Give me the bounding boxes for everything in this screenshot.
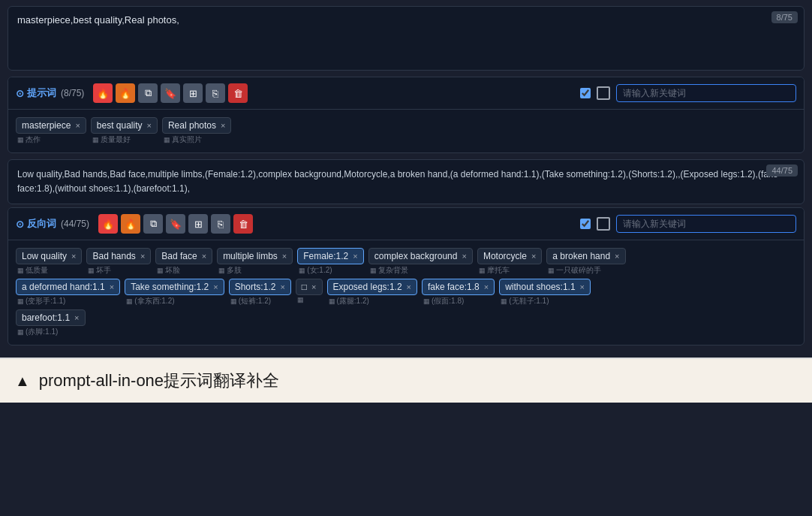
tag-item-shorts: Shorts:1.2 × ▦ (短裤:1.2) [229, 279, 291, 306]
positive-tags-area: masterpiece × ▦ 杰作 best quality × ▦ 质量最好 [8, 110, 804, 152]
tag-empty-trans: ▦ [296, 296, 304, 303]
bottom-bar-icon: ▲ [15, 373, 30, 390]
trans-icon2: ▦ [92, 136, 99, 143]
positive-textarea[interactable]: masterpiece,best quality,Real photos, [17, 14, 795, 59]
positive-keyword-input[interactable] [616, 84, 796, 102]
tag-bad-hands[interactable]: Bad hands × [86, 248, 151, 264]
tag-take-something[interactable]: Take something:1.2 × [125, 279, 224, 295]
tag-deformed-hand[interactable]: a deformed hand:1.1 × [16, 279, 120, 295]
tag-broken-hand-close[interactable]: × [615, 252, 619, 261]
tag-complex-bg-trans: ▦ 复杂背景 [368, 265, 408, 276]
tag-complex-bg-close[interactable]: × [462, 252, 466, 261]
tag-motorcycle[interactable]: Motorcycle × [477, 248, 542, 264]
tag-multiple-limbs[interactable]: multiple limbs × [217, 248, 293, 264]
tag-motorcycle-trans: ▦ 摩托车 [477, 265, 510, 276]
positive-paste-btn[interactable]: ⎘ [206, 83, 225, 103]
positive-fire2-btn[interactable]: 🔥 [116, 83, 135, 103]
tag-best-quality-translation: ▦ 质量最好 [91, 134, 131, 145]
tag-masterpiece-close[interactable]: × [75, 121, 80, 130]
tag-exposed-legs[interactable]: Exposed legs:1.2 × [327, 279, 418, 295]
positive-delete-btn[interactable]: 🗑 [228, 83, 248, 103]
negative-bookmark-btn[interactable]: 🔖 [166, 214, 185, 234]
tag-best-quality[interactable]: best quality × [91, 117, 158, 134]
positive-tags-row: masterpiece × ▦ 杰作 best quality × ▦ 质量最好 [16, 117, 796, 145]
negative-grid-btn[interactable]: ⊞ [188, 214, 208, 234]
tag-multiple-limbs-close[interactable]: × [282, 252, 287, 261]
tag-shorts-trans: ▦ (短裤:1.2) [229, 296, 271, 306]
negative-counter: 44/75 [766, 164, 798, 177]
tag-bad-face-close[interactable]: × [202, 252, 206, 261]
positive-grid-btn[interactable]: ⊞ [183, 83, 203, 103]
tag-item-motorcycle: Motorcycle × ▦ 摩托车 [477, 248, 542, 276]
negative-header-right [580, 215, 796, 233]
tag-without-shoes-close[interactable]: × [580, 282, 585, 291]
negative-header-icons: 🔥 🔥 ⧉ 🔖 ⊞ ⎘ 🗑 [98, 214, 253, 234]
tag-bad-face[interactable]: Bad face × [155, 248, 212, 264]
tag-female-trans: ▦ (女:1.2) [297, 265, 332, 276]
positive-checkbox[interactable] [580, 88, 591, 98]
trans-icon3: ▦ [164, 136, 170, 143]
tag-item-female: Female:1.2 × ▦ (女:1.2) [297, 248, 363, 276]
tag-real-photos-close[interactable]: × [221, 121, 225, 130]
main-container: 8/75 masterpiece,best quality,Real photo… [0, 0, 812, 358]
positive-bookmark-btn[interactable]: 🔖 [161, 83, 180, 103]
tag-low-quality-trans: ▦ 低质量 [16, 265, 48, 276]
negative-fire1-btn[interactable]: 🔥 [98, 214, 118, 234]
positive-fire1-btn[interactable]: 🔥 [93, 83, 113, 103]
tag-bad-hands-close[interactable]: × [140, 252, 145, 261]
tag-broken-hand-trans: ▦ 一只破碎的手 [546, 265, 601, 276]
tag-low-quality[interactable]: Low quality × [16, 248, 82, 264]
tag-deformed-hand-trans: ▦ (变形手:1.1) [16, 296, 65, 306]
bottom-bar: ▲ prompt-all-in-one提示词翻译补全 [0, 358, 812, 403]
negative-section-box: ⊙ 反向词 (44/75) 🔥 🔥 ⧉ 🔖 ⊞ ⎘ 🗑 [8, 207, 804, 346]
tag-empty-close[interactable]: × [311, 282, 316, 291]
tag-shorts[interactable]: Shorts:1.2 × [229, 279, 291, 295]
negative-fire2-btn[interactable]: 🔥 [121, 214, 140, 234]
positive-arrow-icon: ⊙ [16, 88, 24, 99]
tag-item-multiple-limbs: multiple limbs × ▦ 多肢 [217, 248, 293, 276]
tag-barefoot-trans: ▦ (赤脚:1.1) [16, 327, 58, 337]
tag-female-close[interactable]: × [353, 252, 357, 261]
positive-square-icon [597, 86, 610, 100]
negative-tags-row3: barefoot:1.1 × ▦ (赤脚:1.1) [16, 309, 796, 337]
positive-count: (8/75) [61, 88, 84, 98]
positive-counter: 8/75 [771, 11, 798, 23]
negative-keyword-input[interactable] [616, 215, 796, 233]
tag-deformed-hand-close[interactable]: × [110, 282, 114, 291]
tag-low-quality-close[interactable]: × [71, 252, 76, 261]
tag-item-bad-face: Bad face × ▦ 坏脸 [155, 248, 212, 276]
tag-best-quality-close[interactable]: × [147, 121, 152, 130]
tag-fake-face[interactable]: fake face:1.8 × [422, 279, 495, 295]
tag-fake-face-close[interactable]: × [484, 282, 489, 291]
tag-exposed-legs-close[interactable]: × [407, 282, 411, 291]
tag-real-photos[interactable]: Real photos × [162, 117, 231, 134]
tag-barefoot[interactable]: barefoot:1.1 × [16, 309, 86, 326]
bottom-bar-text: prompt-all-in-one提示词翻译补全 [39, 370, 279, 392]
negative-copy-btn[interactable]: ⧉ [143, 214, 163, 234]
tag-exposed-legs-trans: ▦ (露腿:1.2) [327, 296, 369, 306]
positive-textarea-box: 8/75 masterpiece,best quality,Real photo… [8, 6, 804, 71]
negative-square-icon [597, 217, 610, 231]
tag-bad-hands-trans: ▦ 坏手 [86, 265, 111, 276]
negative-paste-btn[interactable]: ⎘ [211, 214, 230, 234]
tag-masterpiece-translation: ▦ 杰作 [16, 134, 41, 145]
tag-masterpiece[interactable]: masterpiece × [16, 117, 86, 134]
negative-delete-btn[interactable]: 🗑 [233, 214, 253, 234]
tag-shorts-close[interactable]: × [280, 282, 284, 291]
tag-item-real-photos: Real photos × ▦ 真实照片 [162, 117, 231, 145]
tag-without-shoes[interactable]: without shoes:1.1 × [499, 279, 591, 295]
tag-complex-bg[interactable]: complex background × [368, 248, 473, 264]
negative-tags-area: Low quality × ▦ 低质量 Bad hands × ▦ 坏手 Bad… [8, 240, 804, 345]
tag-broken-hand[interactable]: a broken hand × [546, 248, 625, 264]
negative-checkbox[interactable] [580, 219, 591, 229]
tag-item-complex-bg: complex background × ▦ 复杂背景 [368, 248, 473, 276]
tag-female[interactable]: Female:1.2 × [297, 248, 363, 264]
tag-take-something-close[interactable]: × [213, 282, 218, 291]
positive-copy-btn[interactable]: ⧉ [138, 83, 158, 103]
tag-multiple-limbs-trans: ▦ 多肢 [217, 265, 242, 276]
tag-item-barefoot: barefoot:1.1 × ▦ (赤脚:1.1) [16, 309, 86, 337]
tag-motorcycle-close[interactable]: × [531, 252, 536, 261]
tag-empty[interactable]: □ × [296, 279, 323, 295]
tag-barefoot-close[interactable]: × [74, 313, 79, 322]
tag-item-without-shoes: without shoes:1.1 × ▦ (无鞋子:1.1) [499, 279, 591, 306]
